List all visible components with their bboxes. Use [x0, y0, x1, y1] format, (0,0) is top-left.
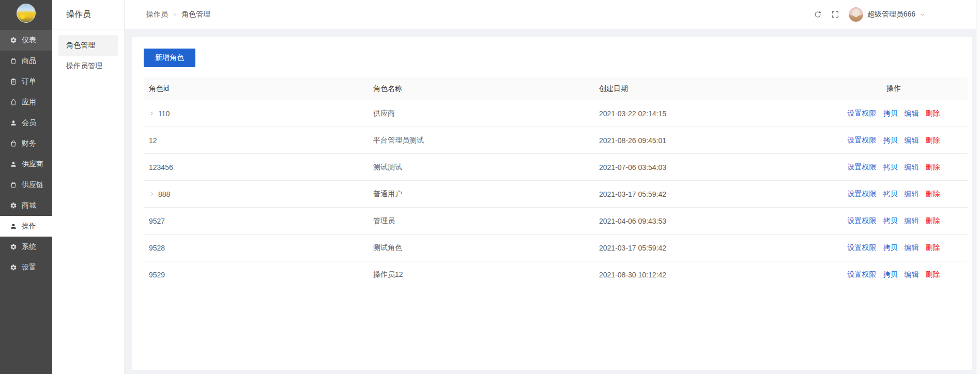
- action-edit[interactable]: 编辑: [905, 190, 919, 199]
- action-delete[interactable]: 删除: [926, 190, 940, 199]
- cell-role-name: 操作员12: [368, 270, 594, 279]
- action-edit[interactable]: 编辑: [905, 270, 919, 279]
- add-role-button[interactable]: 新增角色: [144, 49, 195, 67]
- cell-role-name: 测试测试: [368, 163, 594, 172]
- sidebar-item-系统[interactable]: 系统: [0, 237, 52, 257]
- role-name: 测试测试: [373, 163, 402, 172]
- user-name: 超级管理员666: [867, 10, 915, 19]
- sidebar-item-会员[interactable]: 会员: [0, 113, 52, 133]
- cell-created-date: 2021-03-17 05:59:42: [594, 190, 820, 198]
- cell-actions: 设置权限拷贝编辑删除: [820, 270, 968, 279]
- action-copy[interactable]: 拷贝: [883, 216, 898, 226]
- table-row: 888 普通用户 2021-03-17 05:59:42 设置权限拷贝编辑删除: [144, 181, 968, 208]
- table-body: 110 供应商 2021-03-22 02:14:15 设置权限拷贝编辑删除 1…: [144, 100, 968, 288]
- sidebar-item-label: 商品: [22, 56, 36, 66]
- sidebar-item-label: 商城: [22, 201, 36, 210]
- expand-row-icon[interactable]: [149, 111, 155, 116]
- action-copy[interactable]: 拷贝: [883, 163, 898, 172]
- role-id: 12: [149, 136, 157, 145]
- action-edit[interactable]: 编辑: [905, 216, 919, 226]
- action-set-permission[interactable]: 设置权限: [848, 190, 877, 199]
- breadcrumb: 操作员 角色管理: [146, 10, 210, 19]
- role-name: 测试角色: [373, 243, 402, 253]
- action-delete[interactable]: 删除: [926, 109, 940, 118]
- cell-role-name: 供应商: [368, 109, 594, 118]
- sidebar-item-label: 供应链: [22, 180, 43, 190]
- sidebar-item-财务[interactable]: 财务: [0, 133, 52, 154]
- cell-role-id: 888: [144, 190, 368, 198]
- sidebar-item-label: 财务: [22, 139, 36, 148]
- logo[interactable]: [0, 0, 52, 26]
- content-card: 新增角色 角色id 角色名称 创建日期 操作 110 供应商 2021-03-2…: [132, 37, 972, 370]
- action-copy[interactable]: 拷贝: [883, 136, 898, 145]
- bag-icon: [10, 99, 17, 106]
- fullscreen-icon[interactable]: [831, 10, 839, 19]
- action-delete[interactable]: 删除: [926, 163, 940, 172]
- role-id: 9529: [149, 271, 165, 279]
- cell-actions: 设置权限拷贝编辑删除: [820, 136, 968, 145]
- chevron-right-icon: [172, 12, 177, 17]
- sidebar-item-label: 供应商: [22, 160, 43, 169]
- submenu-item-operator-management[interactable]: 操作员管理: [58, 56, 118, 76]
- action-edit[interactable]: 编辑: [905, 243, 919, 253]
- sidebar-item-设置[interactable]: 设置: [0, 257, 52, 278]
- sidebar-item-商品[interactable]: 商品: [0, 51, 52, 71]
- action-set-permission[interactable]: 设置权限: [848, 163, 877, 172]
- action-set-permission[interactable]: 设置权限: [848, 243, 877, 253]
- sidebar-item-label: 会员: [22, 118, 36, 128]
- cell-role-id: 9529: [144, 271, 368, 279]
- window-scrollbar[interactable]: [976, 0, 980, 374]
- action-copy[interactable]: 拷贝: [883, 243, 898, 253]
- created-date: 2021-03-22 02:14:15: [599, 110, 666, 118]
- action-edit[interactable]: 编辑: [905, 109, 919, 118]
- action-set-permission[interactable]: 设置权限: [848, 136, 877, 145]
- role-name: 操作员12: [373, 270, 403, 279]
- sidebar-item-订单[interactable]: 订单: [0, 71, 52, 92]
- action-copy[interactable]: 拷贝: [883, 190, 898, 199]
- primary-sidebar: 仪表 商品 订单 应用 会员 财务 供应商 供应链 商城 操作 系统 设置: [0, 0, 52, 374]
- table-row: 9527 管理员 2021-04-06 09:43:53 设置权限拷贝编辑删除: [144, 208, 968, 235]
- cell-actions: 设置权限拷贝编辑删除: [820, 216, 968, 226]
- sidebar-item-商城[interactable]: 商城: [0, 195, 52, 216]
- breadcrumb-item-operator[interactable]: 操作员: [146, 10, 168, 19]
- action-set-permission[interactable]: 设置权限: [848, 270, 877, 279]
- user-menu[interactable]: 超级管理员666: [849, 7, 925, 22]
- expand-row-icon[interactable]: [149, 191, 155, 197]
- action-set-permission[interactable]: 设置权限: [848, 216, 877, 226]
- person-icon: [10, 161, 17, 168]
- sidebar-item-label: 订单: [22, 77, 36, 86]
- cell-role-id: 123456: [144, 163, 368, 172]
- content-area: 新增角色 角色id 角色名称 创建日期 操作 110 供应商 2021-03-2…: [125, 29, 976, 374]
- sidebar-item-label: 设置: [22, 263, 36, 272]
- bag-icon: [10, 140, 17, 147]
- role-id: 9527: [149, 217, 165, 225]
- action-edit[interactable]: 编辑: [905, 136, 919, 145]
- sidebar-item-仪表[interactable]: 仪表: [0, 30, 52, 51]
- table-row: 9529 操作员12 2021-08-30 10:12:42 设置权限拷贝编辑删…: [144, 261, 968, 288]
- action-edit[interactable]: 编辑: [905, 163, 919, 172]
- bag-icon: [10, 181, 17, 189]
- cell-role-id: 110: [144, 110, 368, 118]
- action-set-permission[interactable]: 设置权限: [848, 109, 877, 118]
- sidebar-item-供应商[interactable]: 供应商: [0, 154, 52, 175]
- action-copy[interactable]: 拷贝: [883, 109, 898, 118]
- cell-role-id: 9528: [144, 244, 368, 252]
- sidebar-item-操作[interactable]: 操作: [0, 216, 52, 237]
- table-header-row: 角色id 角色名称 创建日期 操作: [144, 77, 968, 100]
- table-row: 9528 测试角色 2021-03-17 05:59:42 设置权限拷贝编辑删除: [144, 235, 968, 261]
- sidebar-item-供应链[interactable]: 供应链: [0, 175, 52, 195]
- app-window: 仪表 商品 订单 应用 会员 财务 供应商 供应链 商城 操作 系统 设置 操作…: [0, 0, 980, 374]
- sidebar-item-应用[interactable]: 应用: [0, 92, 52, 113]
- action-delete[interactable]: 删除: [926, 243, 940, 253]
- action-copy[interactable]: 拷贝: [883, 270, 898, 279]
- cell-role-id: 12: [144, 136, 368, 145]
- action-delete[interactable]: 删除: [926, 216, 940, 226]
- roles-table: 角色id 角色名称 创建日期 操作 110 供应商 2021-03-22 02:…: [144, 77, 968, 288]
- submenu-item-role-management[interactable]: 角色管理: [58, 35, 118, 56]
- refresh-icon[interactable]: [814, 10, 822, 19]
- action-delete[interactable]: 删除: [926, 270, 940, 279]
- action-delete[interactable]: 删除: [926, 136, 940, 145]
- gear-icon: [10, 264, 17, 271]
- table-row: 12 平台管理员测试 2021-08-26 09:45:01 设置权限拷贝编辑删…: [144, 127, 968, 154]
- cell-created-date: 2021-08-26 09:45:01: [594, 136, 820, 145]
